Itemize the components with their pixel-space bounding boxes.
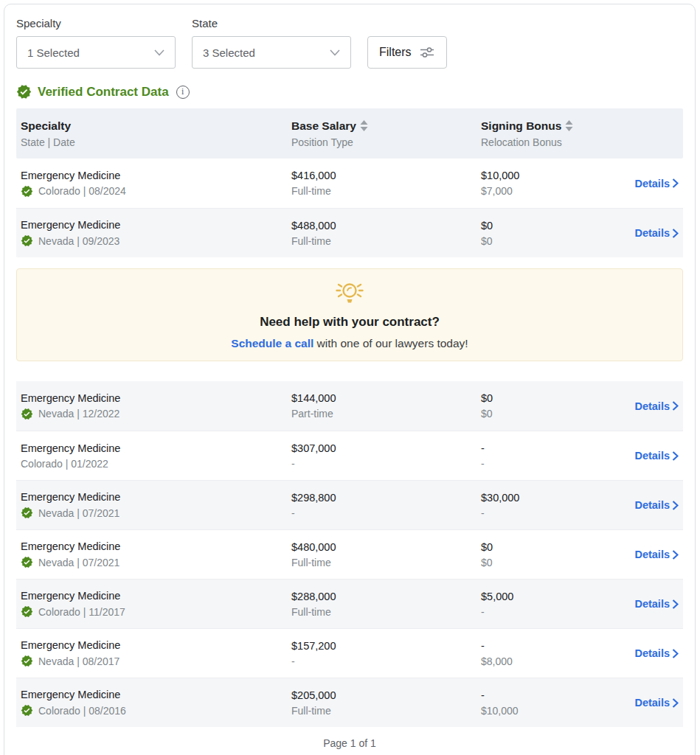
verified-banner: Verified Contract Data i — [16, 84, 683, 100]
state-date-text: Colorado | 11/2017 — [38, 606, 125, 618]
callout-title: Need help with your contract? — [260, 315, 440, 330]
contract-data-card: Specialty 1 Selected State 3 Selected Fi… — [4, 4, 696, 755]
state-date-text: Nevada | 07/2021 — [38, 507, 119, 519]
details-link[interactable]: Details — [634, 178, 679, 189]
filters-button-label: Filters — [379, 46, 412, 59]
state-date-text: Nevada | 09/2023 — [38, 235, 119, 247]
details-link[interactable]: Details — [634, 227, 679, 239]
contracts-table: Specialty State | Date Base Salary Posit… — [16, 108, 683, 727]
state-date-text: Colorado | 01/2022 — [21, 458, 108, 470]
table-row: Emergency Medicine Nevada | 07/2021 $480… — [16, 529, 683, 579]
cell-signing-bonus: $5,000 - — [481, 591, 608, 618]
header-specialty-title: Specialty — [21, 119, 71, 133]
cell-base-salary: $298,800 - — [291, 492, 481, 519]
sort-icon — [565, 120, 573, 131]
specialty-label: Specialty — [16, 17, 176, 29]
table-section-top: Emergency Medicine Colorado | 08/2024 $4… — [16, 159, 683, 257]
chevron-right-icon — [672, 501, 679, 510]
header-col-signing-bonus: Signing Bonus Relocation Bonus — [481, 119, 608, 148]
specialty-selected-value: 1 Selected — [27, 46, 80, 59]
table-row: Emergency Medicine Nevada | 07/2021 $298… — [16, 480, 683, 529]
verified-badge-icon — [21, 556, 33, 568]
cell-signing-bonus: $0 $0 — [481, 392, 608, 420]
chevron-right-icon — [672, 229, 679, 238]
cell-signing-bonus: - $8,000 — [481, 640, 608, 667]
cell-base-salary: $480,000 Full-time — [291, 541, 481, 568]
cell-signing-bonus: - $10,000 — [481, 689, 608, 717]
table-section-bottom: Emergency Medicine Nevada | 12/2022 $144… — [16, 381, 683, 727]
cell-base-salary: $288,000 Full-time — [291, 591, 481, 618]
table-row: Emergency Medicine Colorado | 08/2024 $4… — [16, 159, 683, 208]
table-row: Emergency Medicine Nevada | 12/2022 $144… — [16, 381, 683, 431]
cell-base-salary: $144,000 Part-time — [291, 392, 481, 420]
callout-subtitle-text: with one of our lawyers today! — [313, 337, 468, 349]
state-date-text: Nevada | 08/2017 — [38, 655, 119, 667]
verified-badge-icon — [21, 408, 33, 420]
chevron-right-icon — [672, 649, 679, 658]
state-date-text: Colorado | 08/2024 — [38, 185, 126, 197]
cell-specialty: Emergency Medicine Nevada | 09/2023 — [21, 219, 291, 247]
cell-base-salary: $307,000 - — [291, 442, 481, 470]
table-row: Emergency Medicine Nevada | 08/2017 $157… — [16, 628, 683, 678]
pagination-label: Page 1 of 1 — [16, 737, 683, 749]
table-header-row: Specialty State | Date Base Salary Posit… — [16, 108, 683, 159]
details-link[interactable]: Details — [634, 697, 679, 709]
chevron-down-icon — [330, 49, 340, 56]
verified-badge-icon — [21, 507, 33, 519]
details-link[interactable]: Details — [634, 598, 679, 610]
cell-specialty: Emergency Medicine Colorado | 01/2022 — [21, 442, 291, 470]
details-link[interactable]: Details — [634, 400, 679, 412]
state-date-text: Nevada | 07/2021 — [38, 557, 119, 568]
details-link[interactable]: Details — [634, 499, 679, 511]
cell-specialty: Emergency Medicine Nevada | 08/2017 — [21, 639, 291, 667]
callout-subtitle: Schedule a call with one of our lawyers … — [231, 337, 468, 350]
header-signing-bonus-title[interactable]: Signing Bonus — [481, 119, 573, 133]
chevron-right-icon — [672, 451, 679, 461]
sort-icon — [360, 120, 368, 131]
cell-specialty: Emergency Medicine Colorado | 11/2017 — [21, 590, 291, 618]
info-icon[interactable]: i — [176, 86, 190, 99]
header-relocation-bonus-subtitle: Relocation Bonus — [481, 136, 608, 148]
state-label: State — [192, 17, 351, 29]
table-row: Emergency Medicine Colorado | 11/2017 $2… — [16, 579, 683, 628]
details-link[interactable]: Details — [634, 647, 679, 659]
filters-button[interactable]: Filters — [367, 36, 447, 69]
cell-signing-bonus: $30,000 - — [481, 492, 608, 519]
specialty-select[interactable]: 1 Selected — [16, 36, 176, 69]
verified-badge-icon — [21, 185, 33, 198]
table-row: Emergency Medicine Colorado | 08/2016 $2… — [16, 678, 683, 727]
header-base-salary-title[interactable]: Base Salary — [291, 119, 368, 133]
chevron-right-icon — [672, 178, 679, 188]
cell-signing-bonus: - - — [481, 442, 608, 470]
specialty-filter: Specialty 1 Selected — [16, 17, 176, 69]
state-filter: State 3 Selected — [192, 17, 351, 69]
state-date-text: Nevada | 12/2022 — [38, 408, 119, 420]
state-date-text: Colorado | 08/2016 — [38, 705, 126, 717]
cell-signing-bonus: $0 $0 — [481, 220, 608, 247]
chevron-right-icon — [672, 401, 679, 411]
verified-banner-title: Verified Contract Data — [38, 85, 169, 100]
verified-badge-icon — [21, 234, 33, 247]
verified-badge-icon — [21, 605, 33, 618]
cell-specialty: Emergency Medicine Colorado | 08/2024 — [21, 170, 291, 198]
cell-specialty: Emergency Medicine Nevada | 07/2021 — [21, 491, 291, 519]
chevron-down-icon — [154, 49, 164, 56]
help-callout: Need help with your contract? Schedule a… — [16, 268, 683, 361]
details-link[interactable]: Details — [634, 549, 679, 560]
header-col-base-salary: Base Salary Position Type — [291, 119, 481, 148]
header-state-date-subtitle: State | Date — [21, 136, 291, 148]
schedule-call-link[interactable]: Schedule a call — [231, 337, 313, 349]
details-link[interactable]: Details — [634, 450, 679, 462]
cell-base-salary: $157,200 - — [291, 640, 481, 667]
filter-bar: Specialty 1 Selected State 3 Selected Fi… — [16, 17, 683, 69]
table-row: Emergency Medicine Nevada | 09/2023 $488… — [16, 208, 683, 257]
state-select[interactable]: 3 Selected — [192, 36, 351, 69]
cell-base-salary: $205,000 Full-time — [291, 689, 481, 717]
chevron-right-icon — [672, 599, 679, 609]
cell-specialty: Emergency Medicine Nevada | 12/2022 — [21, 392, 291, 420]
table-row: Emergency Medicine Colorado | 01/2022 $3… — [16, 431, 683, 480]
cell-signing-bonus: $10,000 $7,000 — [481, 170, 608, 197]
cell-base-salary: $488,000 Full-time — [291, 220, 481, 247]
state-selected-value: 3 Selected — [203, 46, 255, 59]
sliders-icon — [419, 45, 435, 60]
